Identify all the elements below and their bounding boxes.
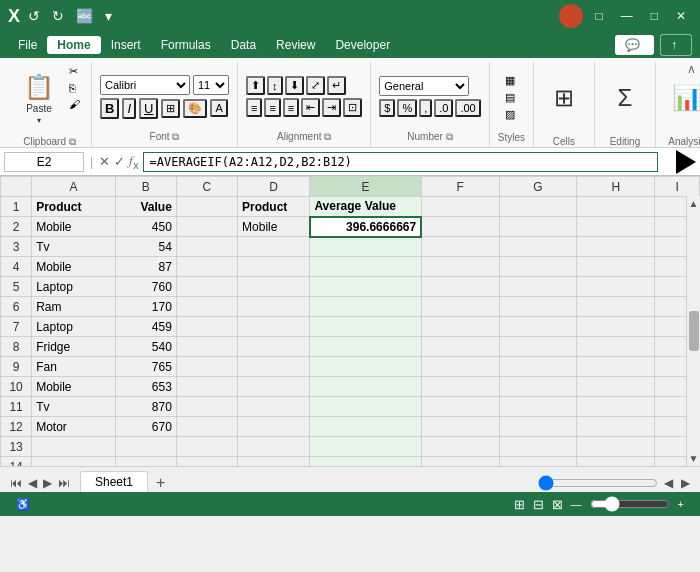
cell-B5[interactable]: 760 <box>115 277 176 297</box>
sheet-next-button[interactable]: ▶ <box>41 474 54 492</box>
cell-A14[interactable] <box>32 457 115 467</box>
align-bottom-button[interactable]: ⬇ <box>285 76 304 95</box>
autosave-button[interactable]: 🔤 <box>72 6 97 26</box>
align-top-button[interactable]: ⬆ <box>246 76 265 95</box>
cell-B12[interactable]: 670 <box>115 417 176 437</box>
cell-D1[interactable]: Product <box>238 197 310 217</box>
cell-H3[interactable] <box>577 237 655 257</box>
cell-G3[interactable] <box>499 237 577 257</box>
cell-E12[interactable] <box>310 417 421 437</box>
ribbon-expand-icon[interactable]: ∧ <box>687 62 696 76</box>
cell-H1[interactable] <box>577 197 655 217</box>
col-header-B[interactable]: B <box>115 177 176 197</box>
scroll-thumb[interactable] <box>689 311 699 351</box>
cell-F4[interactable] <box>421 257 499 277</box>
sheet-first-button[interactable]: ⏮ <box>8 474 24 492</box>
cell-F12[interactable] <box>421 417 499 437</box>
maximize-button[interactable]: □ <box>645 7 664 25</box>
cell-A9[interactable]: Fan <box>32 357 115 377</box>
underline-button[interactable]: U <box>139 98 158 119</box>
cell-H11[interactable] <box>577 397 655 417</box>
cell-G13[interactable] <box>499 437 577 457</box>
cell-F7[interactable] <box>421 317 499 337</box>
cell-B7[interactable]: 459 <box>115 317 176 337</box>
cell-E6[interactable] <box>310 297 421 317</box>
cut-button[interactable]: ✂ <box>66 64 83 79</box>
cell-F1[interactable] <box>421 197 499 217</box>
cell-D12[interactable] <box>238 417 310 437</box>
scroll-down-button[interactable]: ▼ <box>687 451 700 466</box>
cell-A3[interactable]: Tv <box>32 237 115 257</box>
cell-G12[interactable] <box>499 417 577 437</box>
merge-center-button[interactable]: ⊡ <box>343 98 362 117</box>
cell-D13[interactable] <box>238 437 310 457</box>
font-size-select[interactable]: 11 <box>193 75 229 95</box>
font-expand-icon[interactable]: ⧉ <box>172 131 179 142</box>
qat-dropdown-button[interactable]: ▾ <box>101 6 116 26</box>
cell-H9[interactable] <box>577 357 655 377</box>
cell-D6[interactable] <box>238 297 310 317</box>
col-header-D[interactable]: D <box>238 177 310 197</box>
cell-D7[interactable] <box>238 317 310 337</box>
menu-insert[interactable]: Insert <box>101 36 151 54</box>
formula-input[interactable] <box>143 152 658 172</box>
increase-indent-button[interactable]: ⇥ <box>322 98 341 117</box>
editing-button[interactable]: Σ <box>603 64 647 134</box>
cell-B9[interactable]: 765 <box>115 357 176 377</box>
cell-H5[interactable] <box>577 277 655 297</box>
cell-G5[interactable] <box>499 277 577 297</box>
cell-F13[interactable] <box>421 437 499 457</box>
normal-view-button[interactable]: ⊞ <box>514 497 525 512</box>
col-header-C[interactable]: C <box>176 177 237 197</box>
conditional-formatting-button[interactable]: ▦ <box>503 73 520 88</box>
increase-decimal-button[interactable]: .00 <box>455 99 480 117</box>
align-left-button[interactable]: ≡ <box>246 98 262 117</box>
cell-C7[interactable] <box>176 317 237 337</box>
page-layout-button[interactable]: ⊟ <box>533 497 544 512</box>
cell-D8[interactable] <box>238 337 310 357</box>
menu-developer[interactable]: Developer <box>325 36 400 54</box>
number-expand-icon[interactable]: ⧉ <box>446 131 453 142</box>
font-color-button[interactable]: A <box>210 99 227 117</box>
cell-C12[interactable] <box>176 417 237 437</box>
cell-B4[interactable]: 87 <box>115 257 176 277</box>
cell-E3[interactable] <box>310 237 421 257</box>
cell-B11[interactable]: 870 <box>115 397 176 417</box>
cell-B14[interactable] <box>115 457 176 467</box>
scroll-up-button[interactable]: ▲ <box>687 196 700 211</box>
cell-D5[interactable] <box>238 277 310 297</box>
cell-D14[interactable] <box>238 457 310 467</box>
cell-E14[interactable] <box>310 457 421 467</box>
cell-A7[interactable]: Laptop <box>32 317 115 337</box>
cell-B6[interactable]: 170 <box>115 297 176 317</box>
cell-A12[interactable]: Motor <box>32 417 115 437</box>
minimize-button[interactable]: — <box>615 7 639 25</box>
cell-C5[interactable] <box>176 277 237 297</box>
cell-F2[interactable] <box>421 217 499 237</box>
cell-H2[interactable] <box>577 217 655 237</box>
cell-B2[interactable]: 450 <box>115 217 176 237</box>
cell-A2[interactable]: Mobile <box>32 217 115 237</box>
cell-G2[interactable] <box>499 217 577 237</box>
cell-A6[interactable]: Ram <box>32 297 115 317</box>
col-header-A[interactable]: A <box>32 177 115 197</box>
col-header-E[interactable]: E <box>310 177 421 197</box>
cell-A11[interactable]: Tv <box>32 397 115 417</box>
ribbon-display-button[interactable]: □ <box>589 7 608 25</box>
cell-B8[interactable]: 540 <box>115 337 176 357</box>
cell-styles-button[interactable]: ▨ <box>503 107 520 122</box>
cell-C9[interactable] <box>176 357 237 377</box>
wrap-text-button[interactable]: ↵ <box>327 76 346 95</box>
cell-A5[interactable]: Laptop <box>32 277 115 297</box>
cell-A4[interactable]: Mobile <box>32 257 115 277</box>
cell-H12[interactable] <box>577 417 655 437</box>
cell-G1[interactable] <box>499 197 577 217</box>
menu-formulas[interactable]: Formulas <box>151 36 221 54</box>
cell-G11[interactable] <box>499 397 577 417</box>
cell-H4[interactable] <box>577 257 655 277</box>
fill-color-button[interactable]: 🎨 <box>183 99 207 118</box>
cell-F3[interactable] <box>421 237 499 257</box>
menu-data[interactable]: Data <box>221 36 266 54</box>
cell-B10[interactable]: 653 <box>115 377 176 397</box>
cell-H7[interactable] <box>577 317 655 337</box>
